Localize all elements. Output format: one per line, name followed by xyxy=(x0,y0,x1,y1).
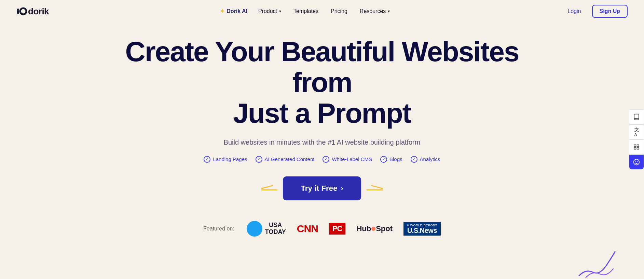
us-news-logo: & WORLD REPORT U.S.News xyxy=(403,222,441,236)
hubspot-logo: HubSpot xyxy=(356,224,393,233)
book-icon[interactable] xyxy=(629,109,644,124)
svg-rect-0 xyxy=(17,9,19,14)
navbar: dorik ✦ Dorik AI Product ▾ Templates Pri… xyxy=(0,0,644,23)
usa-today-logo: USATODAY xyxy=(247,221,286,237)
check-icon: ✓ xyxy=(204,156,210,163)
feature-pill-ai: ✓ AI Generated Content xyxy=(256,156,315,163)
feature-pill-landing: ✓ Landing Pages xyxy=(204,156,247,163)
login-button[interactable]: Login xyxy=(562,5,586,17)
svg-point-8 xyxy=(637,161,638,162)
svg-rect-4 xyxy=(634,148,636,149)
check-icon: ✓ xyxy=(380,156,387,163)
feature-pill-cms: ✓ White-Label CMS xyxy=(323,156,372,163)
svg-rect-3 xyxy=(637,145,639,146)
svg-point-7 xyxy=(635,161,636,162)
svg-point-1 xyxy=(20,8,26,14)
usa-today-text: USATODAY xyxy=(265,222,286,236)
nav-product[interactable]: Product ▾ xyxy=(254,6,286,16)
hero-section: Create Your Beautiful Websites from Just… xyxy=(0,23,644,243)
squiggle-right-decoration xyxy=(366,185,383,191)
nav-pricing[interactable]: Pricing xyxy=(326,6,352,16)
feature-pill-blogs: ✓ Blogs xyxy=(380,156,402,163)
arrow-icon: › xyxy=(341,184,343,192)
nav-resources[interactable]: Resources ▾ xyxy=(355,6,395,16)
hero-title: Create Your Beautiful Websites from Just… xyxy=(117,36,527,129)
feature-pills: ✓ Landing Pages ✓ AI Generated Content ✓… xyxy=(7,156,637,163)
right-sidebar: 文A xyxy=(629,109,644,170)
chevron-down-icon: ▾ xyxy=(388,9,390,14)
nav-ai-link[interactable]: ✦ Dorik AI xyxy=(216,5,251,17)
pc-mag-logo: PC xyxy=(329,223,346,235)
nav-center: ✦ Dorik AI Product ▾ Templates Pricing R… xyxy=(216,5,395,17)
translate-icon[interactable]: 文A xyxy=(629,124,644,140)
svg-point-6 xyxy=(634,159,640,165)
svg-rect-2 xyxy=(634,145,636,146)
signup-button[interactable]: Sign Up xyxy=(592,5,628,18)
cnn-logo: CNN xyxy=(297,223,318,235)
hero-subtitle: Build websites in minutes with the #1 AI… xyxy=(7,138,637,146)
squiggle-left-decoration xyxy=(261,185,278,191)
face-icon[interactable] xyxy=(629,155,644,170)
chevron-down-icon: ▾ xyxy=(279,9,281,14)
sparkle-icon: ✦ xyxy=(220,8,225,15)
svg-rect-5 xyxy=(637,148,639,149)
usa-today-circle xyxy=(247,221,262,237)
check-icon: ✓ xyxy=(323,156,329,163)
grid-icon[interactable] xyxy=(629,140,644,155)
cta-wrapper: Try it Free › xyxy=(7,176,637,200)
nav-templates[interactable]: Templates xyxy=(289,6,323,16)
featured-logos: USATODAY CNN PC HubSpot & WORLD REPORT U… xyxy=(247,221,441,237)
feature-pill-analytics: ✓ Analytics xyxy=(411,156,440,163)
decoration-squiggle xyxy=(576,245,617,279)
check-icon: ✓ xyxy=(411,156,417,163)
featured-on-section: Featured on: USATODAY CNN PC HubSpot & W… xyxy=(7,221,637,237)
featured-label: Featured on: xyxy=(203,226,234,232)
check-icon: ✓ xyxy=(256,156,262,163)
nav-right: Login Sign Up xyxy=(562,5,628,18)
logo[interactable]: dorik xyxy=(16,6,49,17)
try-it-free-button[interactable]: Try it Free › xyxy=(283,176,361,200)
